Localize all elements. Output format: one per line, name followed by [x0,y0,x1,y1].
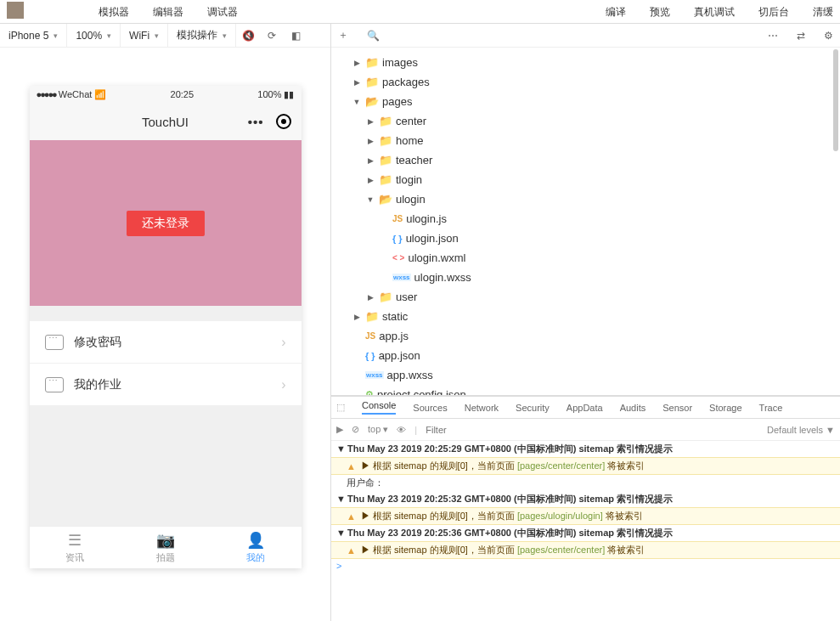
search-icon[interactable]: 🔍 [367,30,380,42]
devtab-network[interactable]: Network [465,403,499,413]
tree-node-ulogin.json[interactable]: { }ulogin.json [338,229,840,248]
dock-icon[interactable]: ◧ [284,30,307,42]
capsule-close-icon[interactable] [276,114,291,129]
play-icon[interactable]: ▶ [336,424,343,435]
chat-icon [45,377,64,392]
devtab-sources[interactable]: Sources [413,403,447,413]
btn-compile[interactable]: 编译 [606,5,626,20]
login-button[interactable]: 还未登录 [127,211,205,236]
context-select[interactable]: top ▾ [368,424,388,435]
devtab-sensor[interactable]: Sensor [662,403,692,413]
devtools: ⬚ ConsoleSourcesNetworkSecurityAppDataAu… [331,396,840,621]
capsule-menu-icon[interactable]: ••• [248,115,264,129]
console-line: ▲▶ 根据 sitemap 的规则[0]，当前页面 [pages/ulogin/… [331,507,840,525]
console-line: ▼ Thu May 23 2019 20:25:32 GMT+0800 (中国标… [331,491,840,507]
file-toolbar: ＋ 🔍 ⋯ ⇄ ⚙ [331,24,840,48]
clear-icon[interactable]: ⊘ [352,424,359,435]
top-menu: 模拟器 编辑器 调试器 编译 预览 真机调试 切后台 清缓 [0,0,840,24]
tab-icon: ☰ [68,531,82,550]
console-line: 用户命： [331,475,840,491]
devtab-console[interactable]: Console [362,400,396,415]
console-prompt[interactable]: > [331,559,840,573]
tree-node-app.json[interactable]: { }app.json [338,346,840,365]
btn-remote-debug[interactable]: 真机调试 [694,5,735,20]
levels-select[interactable]: Default levels ▼ [767,425,835,435]
settings-icon[interactable]: ⚙ [824,30,833,42]
more-icon[interactable]: ⋯ [768,30,778,42]
row-my-homework[interactable]: 我的作业 › [30,364,302,406]
tabbar-item-1[interactable]: 📷拍题 [120,527,211,568]
status-time: 20:25 [171,89,194,99]
collapse-icon[interactable]: ⇄ [797,30,805,42]
mock-select[interactable]: 模拟操作▾ [168,24,236,47]
tree-node-ulogin.wxss[interactable]: wxssulogin.wxss [338,268,840,287]
devtab-security[interactable]: Security [516,403,550,413]
console-line: ▼ Thu May 23 2019 20:25:36 GMT+0800 (中国标… [331,525,840,541]
tree-node-ulogin[interactable]: ▼📂ulogin [338,189,840,209]
status-bar: ●●●●● WeChat 📶 20:25 100% ▮▮ [30,86,302,103]
devtab-audits[interactable]: Audits [620,403,646,413]
tree-node-center[interactable]: ▶📁center [338,111,840,131]
btn-clear-cache[interactable]: 清缓 [813,5,833,20]
device-select[interactable]: iPhone 5▾ [0,24,67,47]
chevron-right-icon: › [281,377,285,392]
chat-icon [45,335,64,350]
phone-frame: ●●●●● WeChat 📶 20:25 100% ▮▮ TouchUI •••… [30,86,302,568]
console-line: ▲▶ 根据 sitemap 的规则[0]，当前页面 [pages/center/… [331,541,840,559]
tree-node-project.config.json[interactable]: ⚙project.config.json [338,385,840,395]
tabbar-item-2[interactable]: 👤我的 [211,527,302,568]
tree-node-user[interactable]: ▶📁user [338,287,840,307]
tab-simulator[interactable]: 模拟器 [99,5,129,20]
console-toolbar: ▶ ⊘ top ▾ 👁 | Default levels ▼ [331,419,840,441]
tree-node-packages[interactable]: ▶📁packages [338,72,840,92]
chevron-right-icon: › [281,335,285,350]
tree-node-ulogin.wxml[interactable]: < >ulogin.wxml [338,248,840,268]
tree-node-teacher[interactable]: ▶📁teacher [338,150,840,170]
btn-preview[interactable]: 预览 [650,5,670,20]
rotate-icon[interactable]: ⟳ [260,30,284,42]
btn-background[interactable]: 切后台 [758,5,789,20]
simulator-toolbar: iPhone 5▾ 100%▾ WiFi▾ 模拟操作▾ 🔇 ⟳ ◧ [0,24,330,48]
avatar[interactable] [7,2,24,19]
network-select[interactable]: WiFi▾ [121,24,168,47]
nav-bar: TouchUI ••• [30,103,302,140]
header-banner: 还未登录 [30,140,302,306]
tree-node-pages[interactable]: ▼📂pages [338,92,840,111]
zoom-select[interactable]: 100%▾ [67,24,121,47]
filter-input[interactable] [426,425,758,435]
console-line: ▲▶ 根据 sitemap 的规则[0]，当前页面 [pages/center/… [331,457,840,475]
scrollbar[interactable] [833,49,838,151]
element-picker-icon[interactable]: ⬚ [336,402,345,413]
tree-node-static[interactable]: ▶📁static [338,307,840,326]
devtab-trace[interactable]: Trace [759,403,783,413]
devtab-appdata[interactable]: AppData [567,403,603,413]
add-icon[interactable]: ＋ [338,28,348,42]
row-change-password[interactable]: 修改密码 › [30,321,302,364]
tree-node-app.wxss[interactable]: wxssapp.wxss [338,365,840,385]
tab-icon: 📷 [156,531,175,550]
tree-node-home[interactable]: ▶📁home [338,131,840,150]
tab-bar: ☰资讯📷拍题👤我的 [30,526,302,568]
console-line: ▼ Thu May 23 2019 20:25:29 GMT+0800 (中国标… [331,441,840,457]
tree-node-tlogin[interactable]: ▶📁tlogin [338,170,840,189]
tree-node-images[interactable]: ▶📁images [338,53,840,72]
tabbar-item-0[interactable]: ☰资讯 [30,527,121,568]
eye-icon[interactable]: 👁 [397,425,406,435]
mute-icon[interactable]: 🔇 [236,30,260,42]
tab-editor[interactable]: 编辑器 [153,5,183,20]
page-title: TouchUI [142,115,189,129]
console-output[interactable]: ▼ Thu May 23 2019 20:25:29 GMT+0800 (中国标… [331,441,840,621]
file-tree[interactable]: ▶📁images▶📁packages▼📂pages▶📁center▶📁home▶… [331,24,840,395]
tree-node-ulogin.js[interactable]: JSulogin.js [338,209,840,229]
tab-debugger[interactable]: 调试器 [207,5,238,20]
tree-node-app.js[interactable]: JSapp.js [338,326,840,346]
tab-icon: 👤 [246,531,265,550]
devtab-storage[interactable]: Storage [709,403,742,413]
devtools-tabs: ⬚ ConsoleSourcesNetworkSecurityAppDataAu… [331,397,840,419]
